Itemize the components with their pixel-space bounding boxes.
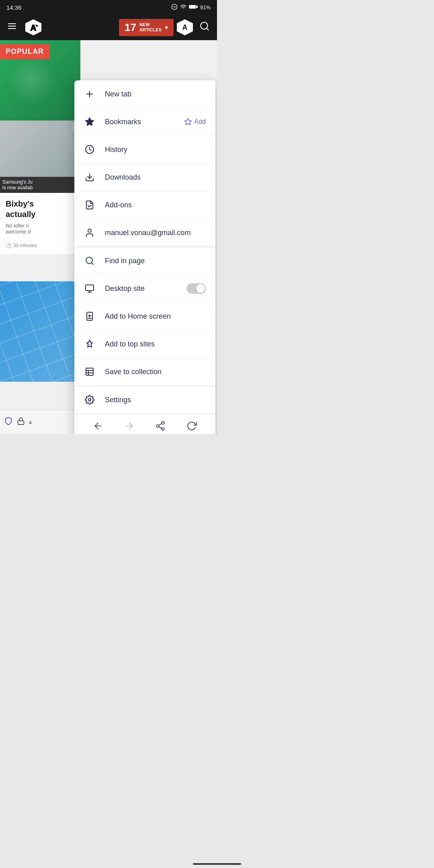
new-tab-label: New tab bbox=[105, 90, 206, 98]
add-home-label: Add to Home screen bbox=[105, 312, 206, 321]
menu-item-history[interactable]: History bbox=[74, 136, 215, 164]
svg-rect-31 bbox=[86, 368, 93, 375]
battery-percent: 91% bbox=[200, 4, 211, 10]
history-label: History bbox=[105, 145, 206, 154]
dnd-icon bbox=[171, 4, 178, 11]
blue-grid-pattern bbox=[0, 281, 80, 382]
find-in-page-label: Find in page bbox=[105, 257, 206, 265]
gear-icon bbox=[84, 394, 95, 405]
star-filled-icon bbox=[84, 116, 95, 127]
desktop-icon bbox=[84, 283, 95, 294]
bookmarks-label: Bookmarks bbox=[105, 118, 174, 126]
article-card: Bixby's actually No killer n welcome d 🕐… bbox=[0, 193, 80, 254]
svg-point-35 bbox=[88, 399, 91, 401]
desktop-site-toggle[interactable] bbox=[186, 283, 206, 294]
download-icon bbox=[84, 172, 95, 183]
chevron-down-icon: ▾ bbox=[165, 24, 168, 31]
menu-item-account[interactable]: manuel.vonau@gmail.com bbox=[74, 219, 215, 247]
wifi-icon bbox=[180, 4, 186, 11]
clock-icon bbox=[84, 144, 95, 155]
addons-label: Add-ons bbox=[105, 201, 206, 209]
downloads-label: Downloads bbox=[105, 173, 206, 182]
popular-badge: POPULAR bbox=[0, 44, 49, 59]
settings-label: Settings bbox=[105, 396, 206, 404]
shield-icon bbox=[4, 417, 13, 428]
account-button[interactable]: A bbox=[177, 19, 193, 35]
context-menu: New tab Bookmarks Add bbox=[74, 80, 215, 434]
battery-icon bbox=[189, 4, 198, 11]
articles-button[interactable]: 17 NEW ARTICLES ▾ bbox=[119, 19, 174, 36]
article-meta: 🕐 30 minutes bbox=[6, 243, 75, 248]
toggle-knob bbox=[196, 284, 205, 293]
svg-line-41 bbox=[159, 427, 162, 428]
collection-icon bbox=[84, 366, 95, 377]
search-button[interactable] bbox=[196, 18, 213, 37]
menu-item-add-top-sites[interactable]: Add to top sites bbox=[74, 330, 215, 358]
background-content: POPULAR Google Pay's 3,000 US bank ⋮ Sam… bbox=[0, 40, 217, 434]
desktop-site-label: Desktop site bbox=[105, 285, 177, 293]
articles-label-new: NEW bbox=[139, 22, 162, 27]
account-circle-icon bbox=[84, 227, 95, 238]
svg-line-42 bbox=[159, 424, 162, 425]
menu-item-settings[interactable]: Settings bbox=[74, 386, 215, 414]
svg-text:A: A bbox=[31, 23, 36, 32]
menu-bottom-bar bbox=[74, 414, 215, 434]
url-text: a bbox=[29, 420, 32, 425]
bottom-bar-bg: a bbox=[0, 410, 80, 434]
svg-point-21 bbox=[88, 229, 91, 232]
svg-point-2 bbox=[183, 8, 183, 9]
articles-label-articles: ARTICLES bbox=[139, 27, 162, 33]
add-top-sites-label: Add to top sites bbox=[105, 340, 206, 348]
back-button[interactable] bbox=[93, 421, 103, 434]
svg-rect-5 bbox=[190, 5, 195, 8]
svg-line-23 bbox=[92, 263, 93, 264]
search-icon bbox=[84, 255, 95, 266]
menu-item-find-in-page[interactable]: Find in page bbox=[74, 247, 215, 275]
clock-small-icon: 🕐 bbox=[6, 243, 12, 248]
svg-marker-17 bbox=[86, 118, 94, 125]
svg-rect-24 bbox=[86, 285, 94, 291]
blue-card bbox=[0, 281, 80, 382]
svg-rect-4 bbox=[197, 6, 197, 8]
lock-icon bbox=[17, 417, 25, 427]
article-subtitle: No killer n welcome d bbox=[6, 223, 75, 235]
addons-icon bbox=[84, 199, 95, 211]
menu-item-save-collection[interactable]: Save to collection bbox=[74, 358, 215, 386]
svg-marker-18 bbox=[184, 119, 191, 125]
second-card-image: ⋮ bbox=[0, 121, 78, 177]
menu-item-add-home[interactable]: Add to Home screen bbox=[74, 303, 215, 330]
share-button[interactable] bbox=[155, 421, 166, 434]
article-title: Bixby's actually bbox=[6, 199, 75, 219]
menu-item-desktop-site[interactable]: Desktop site bbox=[74, 275, 215, 303]
svg-line-13 bbox=[207, 28, 209, 30]
second-card: ⋮ Samsung's Ju is now availab bbox=[0, 121, 78, 201]
bookmarks-add-button[interactable]: Add bbox=[184, 118, 206, 126]
status-icons: 91% bbox=[171, 4, 211, 11]
svg-rect-14 bbox=[18, 421, 24, 424]
status-bar: 14:36 91% bbox=[0, 0, 217, 14]
add-home-icon bbox=[84, 311, 95, 322]
menu-item-downloads[interactable]: Downloads bbox=[74, 164, 215, 191]
account-label: manuel.vonau@gmail.com bbox=[105, 229, 206, 237]
nav-bar: A 17 NEW ARTICLES ▾ A bbox=[0, 14, 217, 40]
hamburger-button[interactable] bbox=[4, 18, 20, 37]
forward-button[interactable] bbox=[124, 421, 135, 434]
app-logo[interactable]: A bbox=[23, 17, 43, 37]
menu-item-new-tab[interactable]: New tab bbox=[74, 80, 215, 108]
bookmarks-add-label: Add bbox=[194, 118, 206, 125]
articles-count: 17 bbox=[125, 21, 136, 34]
menu-item-bookmarks[interactable]: Bookmarks Add bbox=[74, 108, 215, 136]
status-time: 14:36 bbox=[6, 4, 22, 11]
menu-item-addons[interactable]: Add-ons bbox=[74, 191, 215, 219]
save-collection-label: Save to collection bbox=[105, 368, 206, 376]
reload-button[interactable] bbox=[186, 421, 197, 434]
pin-icon bbox=[84, 338, 95, 350]
plus-icon bbox=[84, 88, 95, 100]
